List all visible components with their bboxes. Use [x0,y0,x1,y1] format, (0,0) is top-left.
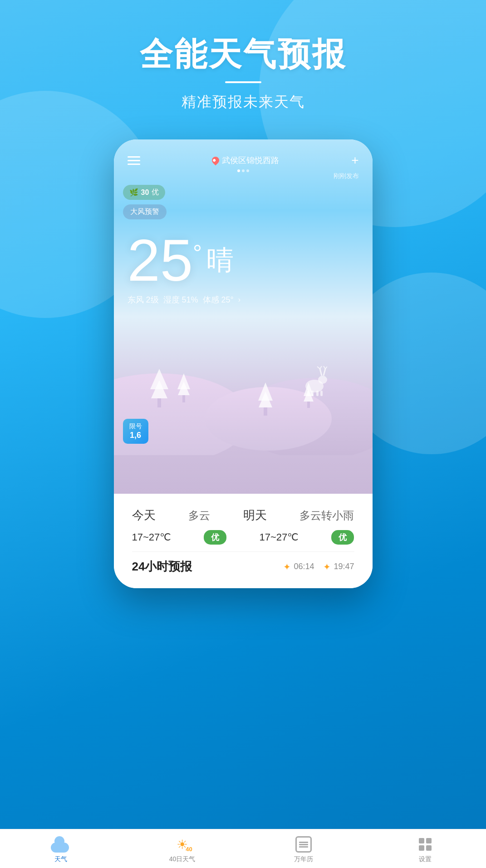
today-forecast-row: 今天 多云 明天 多云转小雨 [132,507,354,523]
menu-line-1 [128,156,140,158]
feels-like-info: 体感 25° [203,294,234,305]
add-location-button[interactable]: + [351,153,358,168]
nav-weather[interactable]: 天气 [0,836,122,863]
sunset-icon: ✦ [323,561,331,572]
plate-restriction-label: 限号 [129,422,142,431]
today-quality: 优 [204,530,226,545]
landscape-scene: 限号 1,6 [114,319,373,455]
svg-rect-5 [182,395,185,402]
tomorrow-quality: 优 [331,530,354,545]
details-chevron: › [238,296,241,304]
today-label: 今天 [132,507,156,523]
app-main-title: 全能天气预报 [0,36,486,72]
menu-button[interactable] [128,156,140,165]
svg-rect-17 [320,391,323,396]
nav-calendar[interactable]: 万年历 [243,836,365,863]
svg-line-18 [320,369,322,376]
tree-1 [150,369,168,410]
tomorrow-label: 明天 [243,507,267,523]
nav-weather-label: 天气 [54,855,67,863]
svg-rect-2 [157,398,161,407]
svg-rect-27 [426,845,432,851]
nav-settings-label: 设置 [419,855,432,863]
divider [132,551,354,552]
hero-section: 全能天气预报 精准预报未来天气 [0,0,486,139]
weather-details[interactable]: 东风 2级 湿度 51% 体感 25° › [114,290,373,310]
sunset-info: ✦ 19:47 [323,561,354,572]
aqi-badge[interactable]: 🌿 30 优 [123,185,166,200]
warning-text: 大风预警 [130,207,159,217]
settings-icon [417,836,433,853]
calendar-lines [297,842,310,848]
svg-rect-11 [307,402,310,408]
tree-2 [177,373,190,405]
today-temp: 17~27℃ [132,531,172,543]
weather-condition: 晴 [206,242,234,279]
location-name: 武侯区锦悦西路 [222,155,279,166]
sunset-time: 19:47 [334,562,354,571]
svg-line-20 [320,366,322,369]
phone-mockup: 武侯区锦悦西路 + 刚刚发布 🌿 30 优 [114,139,373,588]
cloud-puff [54,836,64,846]
sun-40-icon: ☀ 40 [172,836,192,853]
phone-screen: 武侯区锦悦西路 + 刚刚发布 🌿 30 优 [114,139,373,494]
plate-restriction-badge: 限号 1,6 [123,419,148,444]
forecast-card: 今天 多云 明天 多云转小雨 17~27℃ 优 17~27℃ 优 24小时预报 … [114,494,373,588]
nav-40day-label: 40日天气 [169,855,196,863]
calendar-icon [295,836,312,853]
wind-info: 东风 2级 [128,294,159,305]
phone-container: 武侯区锦悦西路 + 刚刚发布 🌿 30 优 [0,139,486,588]
svg-rect-8 [264,407,267,416]
forecast-temp-row: 17~27℃ 优 17~27℃ 优 [132,530,354,545]
24h-title: 24小时预报 [132,559,192,575]
reindeer-icon [300,364,327,396]
menu-line-3 [128,164,140,165]
humidity-info: 湿度 51% [163,294,198,305]
svg-point-13 [318,376,327,384]
temperature-section: 25 ° 晴 [114,222,373,290]
title-divider [225,81,261,83]
tomorrow-condition: 多云转小雨 [299,508,354,523]
grid-icon [418,837,432,852]
sunrise-icon: ✦ [283,561,291,572]
svg-line-23 [325,367,327,369]
weather-icon [51,836,71,853]
svg-line-21 [324,369,325,376]
plate-restriction-numbers: 1,6 [129,431,142,440]
publish-time: 刚刚发布 [334,172,359,179]
nav-40day[interactable]: ☀ 40 40日天气 [122,836,243,863]
nav-settings[interactable]: 设置 [364,836,486,863]
svg-rect-26 [419,845,424,851]
publish-status: 刚刚发布 [114,172,373,183]
svg-rect-15 [311,391,314,396]
sunrise-info: ✦ 06:14 [283,561,314,572]
svg-rect-14 [307,391,309,396]
tree-3 [258,382,273,419]
warning-badge[interactable]: 大风预警 [123,204,167,219]
svg-rect-25 [426,838,432,843]
sun-times: ✦ 06:14 ✦ 19:47 [283,561,354,572]
nav-calendar-label: 万年历 [294,855,313,863]
today-condition: 多云 [188,508,210,523]
svg-line-19 [317,367,320,369]
aqi-value: 30 [141,188,149,197]
40-label: 40 [186,846,192,853]
svg-rect-24 [419,838,424,843]
menu-line-2 [128,160,140,161]
svg-rect-16 [316,391,319,396]
degree-symbol: ° [193,240,202,266]
leaf-icon: 🌿 [129,188,138,197]
aqi-label: 优 [152,188,159,197]
phone-header: 武侯区锦悦西路 + [114,139,373,172]
svg-line-22 [324,366,325,369]
sunrise-time: 06:14 [294,562,314,571]
24h-forecast-header: 24小时预报 ✦ 06:14 ✦ 19:47 [132,559,354,575]
location-display[interactable]: 武侯区锦悦西路 [212,155,279,166]
temperature-value: 25 [128,231,193,290]
app-subtitle: 精准预报未来天气 [0,92,486,112]
bottom-navigation: 天气 ☀ 40 40日天气 万年历 设置 [0,829,486,868]
location-icon [211,155,221,166]
tomorrow-temp: 17~27℃ [260,531,299,543]
